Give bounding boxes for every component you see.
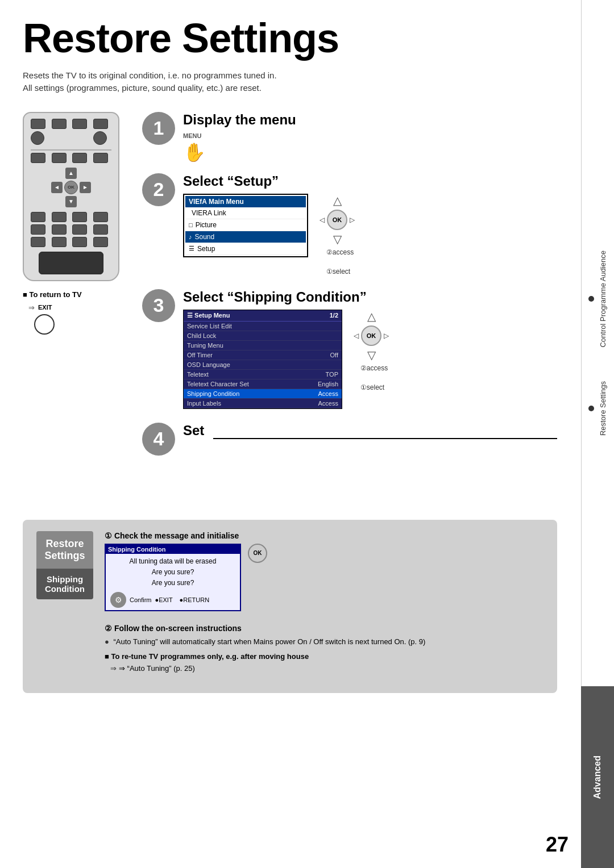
setup-menu-box: ☰ Setup Menu 1/2 Service List Edit Child… xyxy=(183,310,342,409)
step3-arrow-right: ▷ xyxy=(384,332,389,340)
setup-row-input[interactable]: Input Labels Access xyxy=(184,399,342,408)
remote-btn-11[interactable] xyxy=(72,212,87,222)
step-3-circle: 3 xyxy=(142,289,175,322)
page-number: 27 xyxy=(546,833,569,857)
note-arrow: ⇒ xyxy=(110,664,117,673)
step-4-heading: Set xyxy=(183,423,204,439)
subtitle: Resets the TV to its original condition,… xyxy=(23,69,557,95)
setup-row-teletext-char[interactable]: Teletext Character Set English xyxy=(184,379,342,389)
subtitle-line1: Resets the TV to its original condition,… xyxy=(23,70,277,80)
dpad-down[interactable]: ▼ xyxy=(65,196,77,207)
menu-item-sound[interactable]: ♪ Sound xyxy=(185,231,306,243)
remote-btn-8[interactable] xyxy=(93,153,108,163)
remote-btn-14[interactable] xyxy=(52,224,67,235)
sidebar-label-advanced: Advanced xyxy=(592,756,603,799)
step2-arrow-down: ▽ xyxy=(333,232,342,246)
remote-btn-20[interactable] xyxy=(93,237,108,247)
page-title: Restore Settings xyxy=(23,17,557,60)
remote-btn-15[interactable] xyxy=(72,224,87,235)
remote-btn-1[interactable] xyxy=(31,119,45,129)
step3-arrow-up: △ xyxy=(367,310,376,323)
dpad-up[interactable]: ▲ xyxy=(65,168,77,179)
step3-arrow-left: ◁ xyxy=(354,332,359,340)
setup-row-tuning[interactable]: Tuning Menu xyxy=(184,341,342,350)
step-1-circle: 1 xyxy=(142,112,175,145)
menu-icon-sound: ♪ xyxy=(189,233,192,240)
exit-label: EXIT xyxy=(38,304,52,311)
sidebar-bottom: Advanced xyxy=(581,686,614,868)
return-tv-text: ■ To return to TV xyxy=(23,290,82,299)
setup-row-osd[interactable]: OSD Language xyxy=(184,360,342,370)
sidebar-dot-2 xyxy=(588,406,594,411)
step2-arrow-right: ▷ xyxy=(350,216,355,224)
remote-btn-12[interactable] xyxy=(93,212,108,222)
remote-btn-10[interactable] xyxy=(52,212,67,222)
step-2-circle: 2 xyxy=(142,173,175,206)
step-1-row: 1 Display the menu MENU ✋ xyxy=(142,112,557,163)
step-1-content: Display the menu MENU ✋ xyxy=(183,112,557,163)
shipping-label: ShippingCondition xyxy=(36,569,93,599)
remote-dpad: ▲ ◄ OK ► ▼ xyxy=(51,168,91,207)
remote-btn-19[interactable] xyxy=(72,237,87,247)
shipping-dialog: Shipping Condition All tuning data will … xyxy=(105,544,241,612)
note-sub-text: ⇒ “Auto Tuning” (p. 25) xyxy=(119,664,195,673)
menu-icon-setup: ☰ xyxy=(189,245,194,252)
steps-column: 1 Display the menu MENU ✋ 2 Select “Setu… xyxy=(136,112,557,510)
remote-btn-16[interactable] xyxy=(93,224,108,235)
step3-ok-btn[interactable]: OK xyxy=(361,326,381,346)
step-2-inner: VIEfA Main Menu VIERA Link □ Picture xyxy=(183,194,557,276)
remote-btn-5[interactable] xyxy=(31,153,45,163)
note-heading: ■ To re-tune TV programmes only, e.g. af… xyxy=(105,652,544,661)
remote-btn-17[interactable] xyxy=(31,237,45,247)
setup-row-offtimer[interactable]: Off Timer Off xyxy=(184,350,342,360)
setup-row-teletext[interactable]: Teletext TOP xyxy=(184,370,342,379)
remote-btn-3[interactable] xyxy=(72,119,87,129)
exit-circle[interactable] xyxy=(34,314,55,335)
menu-item-setup[interactable]: ☰ Setup xyxy=(185,243,306,255)
remote-btn-round-1[interactable] xyxy=(31,131,44,145)
step-2-heading: Select “Setup” xyxy=(183,173,557,189)
return-tv-area: ■ To return to TV ⇒ EXIT xyxy=(23,290,136,335)
note-sub: ⇒ ⇒ “Auto Tuning” (p. 25) xyxy=(110,664,544,673)
remote-btn-main[interactable] xyxy=(39,252,103,274)
setup-row-shipping[interactable]: Shipping Condition Access xyxy=(184,389,342,399)
dpad-right[interactable]: ► xyxy=(80,182,91,193)
restore-label-text: RestoreSettings xyxy=(42,538,88,562)
menu-item-viera-link[interactable]: VIERA Link xyxy=(185,207,306,219)
step2-arrow-left: ◁ xyxy=(320,216,325,224)
remote-btn-9[interactable] xyxy=(31,212,45,222)
main-menu-header-text: VIEfA Main Menu xyxy=(189,198,244,206)
sidebar-dot-1 xyxy=(588,296,594,302)
dpad-ok[interactable]: OK xyxy=(64,181,78,194)
menu-item-picture[interactable]: □ Picture xyxy=(185,219,306,231)
remote-control: ▲ ◄ OK ► ▼ xyxy=(23,112,119,281)
remote-btn-round-2[interactable] xyxy=(93,131,107,145)
step2-ok-btn[interactable]: OK xyxy=(327,210,347,230)
step-3-inner: ☰ Setup Menu 1/2 Service List Edit Child… xyxy=(183,310,557,409)
dialog-ok-btn[interactable]: OK xyxy=(248,544,267,563)
bullet-1-text: “Auto Tuning” will automatically start w… xyxy=(113,637,425,646)
step3-nav: △ ◁ OK ▷ ▽ ②access ①select xyxy=(354,310,389,391)
sidebar-label-control: Control Programme Audience xyxy=(599,251,607,348)
remote-btn-13[interactable] xyxy=(31,224,45,235)
left-label-col: RestoreSettings ShippingCondition xyxy=(36,531,93,682)
sidebar-top: Control Programme Audience Restore Setti… xyxy=(581,0,614,686)
remote-btn-6[interactable] xyxy=(52,153,67,163)
step2-access-label: ②access xyxy=(326,248,354,256)
remote-btn-4[interactable] xyxy=(93,119,108,129)
step2-arrow-up: △ xyxy=(333,194,342,207)
step3-access-label: ②access xyxy=(360,364,388,372)
dpad-left[interactable]: ◄ xyxy=(51,182,63,193)
main-content: Restore Settings Resets the TV to its or… xyxy=(23,17,557,693)
dialog-confirm-label: Confirm xyxy=(130,596,152,603)
step-4-row: 4 Set xyxy=(142,423,557,456)
remote-btn-2[interactable] xyxy=(52,119,67,129)
confirm-icon[interactable]: ⚙ xyxy=(110,592,126,608)
setup-row-service[interactable]: Service List Edit xyxy=(184,322,342,331)
remote-btn-7[interactable] xyxy=(72,153,87,163)
step3-select-label: ①select xyxy=(360,383,388,391)
dialog-controls: ⚙ Confirm ●EXIT ●RETURN xyxy=(110,592,235,608)
shipping-label-text: ShippingCondition xyxy=(42,574,88,594)
remote-btn-18[interactable] xyxy=(52,237,67,247)
setup-row-childlock[interactable]: Child Lock xyxy=(184,331,342,341)
